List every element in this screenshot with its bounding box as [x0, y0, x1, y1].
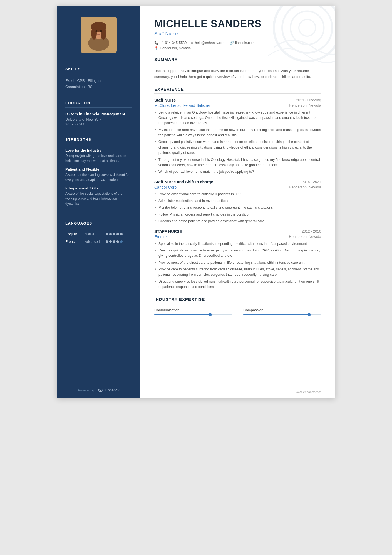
job-2-header: Staff Nurse and Shift In charge 2015 - 2…	[154, 180, 321, 184]
strength-desc-3: Aware of the social expectations of the …	[65, 191, 132, 206]
expertise-bar-fill-compassion	[243, 314, 309, 315]
location-icon: 📍	[154, 46, 158, 50]
strengths-title: STRENGTHS	[65, 137, 132, 144]
job-1-bullets: Being a releiver in an Oncology hospital…	[154, 110, 321, 175]
location-row: 📍 Henderson, Nevada	[154, 46, 321, 50]
contact-row: 📞 +1-914-345-5530 ✉ help@enhancv.com 🔗 l…	[154, 41, 321, 45]
expertise-grid: Communication Compassion	[154, 308, 321, 315]
expertise-item-communication: Communication	[154, 308, 232, 315]
job-3-date: 2012 - 2016	[302, 229, 321, 233]
strength-item-3: Interpersonal Skills Aware of the social…	[65, 186, 132, 206]
email-icon: ✉	[191, 41, 193, 45]
job-1-location: Henderson, Nevada	[289, 103, 321, 107]
expertise-bar-fill-communication	[154, 314, 210, 315]
expertise-label-compassion: Compassion	[243, 308, 321, 312]
list-item: Follow Physician orders and report chang…	[154, 212, 321, 217]
website-text: www.enhancv.com	[296, 390, 321, 394]
summary-text: Use this opportunity to intrigue and dra…	[154, 68, 321, 80]
skills-title: SKILLS	[65, 67, 132, 73]
skills-text: Excel · CPR · Bilingual · Cannulation · …	[65, 78, 132, 90]
dot	[109, 233, 112, 235]
linkedin-text: linkedin.com	[235, 41, 254, 45]
main-content: MICHELLE SANDERS Staff Nurse 📞 +1-914-34…	[140, 6, 335, 398]
list-item: Provide care to patients suffering from …	[154, 267, 321, 278]
strength-title-3: Interpersonal Skills	[65, 186, 132, 190]
list-item: Grooms and bathe patients and provide as…	[154, 219, 321, 224]
education-section: EDUCATION B.Com in Financial Management …	[57, 95, 140, 132]
dot	[120, 240, 123, 243]
list-item: Provide most of the direct care to patie…	[154, 260, 321, 265]
main-footer: www.enhancv.com	[296, 390, 321, 394]
resume-container: SKILLS Excel · CPR · Bilingual · Cannula…	[57, 6, 335, 398]
languages-title: LANGUAGES	[65, 221, 132, 228]
lang-level-french: Advanced	[85, 240, 104, 244]
strength-desc-1: Doing my job with great love and passion…	[65, 153, 132, 163]
language-row-english: English Native	[65, 232, 132, 236]
list-item: React as quickly as possible to emergenc…	[154, 248, 321, 259]
sidebar: SKILLS Excel · CPR · Bilingual · Cannula…	[57, 6, 140, 398]
list-item: Oncology and palliative care work hand i…	[154, 139, 321, 156]
dot	[106, 240, 108, 243]
summary-title: SUMMARY	[154, 57, 321, 64]
dot	[113, 240, 115, 243]
strengths-section: STRENGTHS Love for the Industry Doing my…	[57, 132, 140, 216]
experience-title: EXPERIENCE	[154, 87, 321, 94]
dot	[116, 240, 119, 243]
skills-section: SKILLS Excel · CPR · Bilingual · Cannula…	[57, 61, 140, 95]
svg-point-5	[101, 27, 106, 40]
svg-point-4	[91, 27, 97, 40]
linkedin-contact: 🔗 linkedin.com	[230, 41, 254, 45]
job-1-header: Staff Nurse 2021 - Ongoing	[154, 98, 321, 102]
dot	[113, 233, 115, 235]
phone-contact: 📞 +1-914-345-5530	[154, 41, 187, 45]
list-item: My experience here have also thaught me …	[154, 127, 321, 138]
powered-by-label: Powered by	[78, 389, 94, 392]
industry-expertise-title: INDUSTRY EXPERTISE	[154, 297, 321, 304]
job-1-title: Staff Nurse	[154, 98, 176, 102]
email-text: help@enhancv.com	[195, 41, 225, 45]
strength-item-1: Love for the Industry Doing my job with …	[65, 148, 132, 163]
job-3-location: Henderson, Nevada	[289, 235, 321, 239]
strength-desc-2: Aware that the learning curve is differe…	[65, 172, 132, 182]
list-item: Specialize in the critically ill patient…	[154, 241, 321, 246]
list-item: Which of your achievements match the job…	[154, 169, 321, 174]
dot	[106, 233, 108, 235]
dot	[116, 233, 119, 235]
languages-section: LANGUAGES English Native French Advanced	[57, 216, 140, 253]
linkedin-icon: 🔗	[230, 41, 234, 45]
job-1-date: 2021 - Ongoing	[296, 98, 321, 102]
education-degree: B.Com in Financial Management	[65, 112, 132, 116]
expertise-label-communication: Communication	[154, 308, 232, 312]
job-3-company: Erudite	[154, 235, 167, 239]
photo-area	[57, 6, 140, 61]
job-2: Staff Nurse and Shift In charge 2015 - 2…	[154, 180, 321, 224]
expertise-bar-track-compassion	[243, 314, 321, 315]
candidate-photo	[81, 17, 117, 53]
svg-point-7	[100, 30, 102, 32]
job-1-company-row: McClure, Leuschke and Balistreri Henders…	[154, 103, 321, 108]
job-1: Staff Nurse 2021 - Ongoing McClure, Leus…	[154, 98, 321, 175]
list-item: Monitor telemetry and respond to calls a…	[154, 205, 321, 210]
lang-name-english: English	[65, 232, 85, 236]
job-3-header: STAFF NURSE 2012 - 2016	[154, 229, 321, 234]
svg-point-6	[96, 30, 98, 32]
job-2-title: Staff Nurse and Shift In charge	[154, 180, 213, 184]
job-3: STAFF NURSE 2012 - 2016 Erudite Henderso…	[154, 229, 321, 290]
list-item: Being a releiver in an Oncology hospital…	[154, 110, 321, 126]
list-item: Provide exceptional care to critically i…	[154, 192, 321, 197]
candidate-title: Staff Nurse	[154, 31, 321, 37]
phone-icon: 📞	[154, 41, 158, 45]
job-3-company-row: Erudite Henderson, Nevada	[154, 235, 321, 239]
enhancv-logo: Enhancv	[96, 388, 120, 392]
strength-item-2: Patient and Flexible Aware that the lear…	[65, 167, 132, 182]
enhancv-logo-icon	[96, 388, 104, 392]
job-2-location: Henderson, Nevada	[289, 185, 321, 189]
job-3-title: STAFF NURSE	[154, 229, 182, 234]
job-2-company: Candor Corp	[154, 185, 177, 189]
enhancv-brand: Enhancv	[105, 388, 120, 392]
education-years: 2007 - 2011	[65, 122, 132, 126]
job-2-date: 2015 - 2021	[302, 180, 321, 184]
list-item: Administer medications and intravenous f…	[154, 198, 321, 204]
lang-name-french: French	[65, 240, 85, 244]
list-item: Direct and supervise less skilled nursin…	[154, 279, 321, 290]
